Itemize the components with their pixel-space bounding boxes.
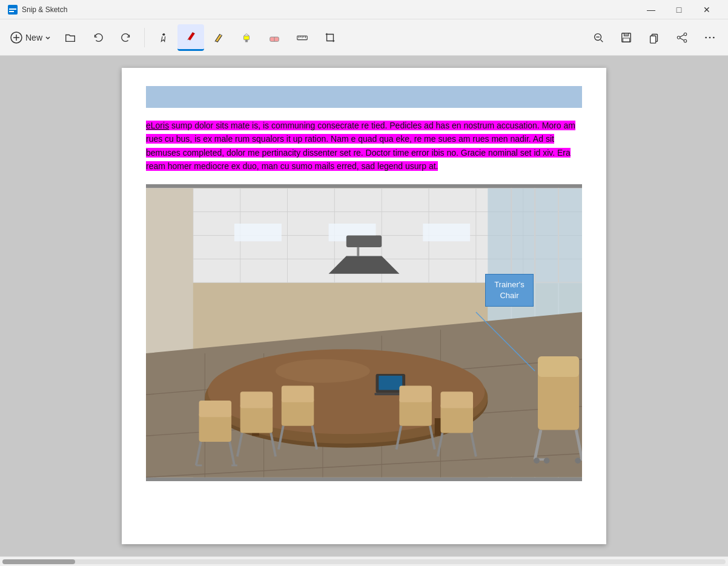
- undo-icon: [92, 32, 104, 44]
- crop-button[interactable]: [317, 24, 343, 51]
- maximize-button[interactable]: □: [665, 0, 693, 19]
- pencil-icon: [213, 32, 225, 44]
- text-link[interactable]: eLoris: [146, 121, 169, 130]
- scrollbar-track: [2, 559, 726, 564]
- scrollbar-thumb[interactable]: [2, 559, 75, 564]
- share-icon: [676, 32, 688, 44]
- svg-point-28: [705, 36, 707, 38]
- new-label: New: [25, 33, 42, 42]
- ballpoint-pen-icon: [185, 30, 197, 42]
- dropdown-arrow-icon: [45, 35, 51, 41]
- highlighter-icon: [240, 32, 253, 44]
- more-button[interactable]: [697, 24, 723, 51]
- eraser-icon: [268, 32, 280, 44]
- header-highlight: [146, 86, 582, 108]
- app-icon: [7, 4, 18, 15]
- conference-room-svg: [146, 184, 582, 481]
- ruler-icon: [296, 32, 308, 44]
- toolbar-right: [585, 24, 723, 51]
- folder-icon: [64, 32, 76, 44]
- new-icon: [10, 31, 23, 44]
- conference-room-image: Trainer'sChair: [146, 184, 582, 481]
- svg-rect-94: [399, 385, 432, 402]
- text-highlighted-content: eLoris sump dolor sits mate is, is commu…: [146, 121, 575, 171]
- svg-rect-86: [240, 391, 273, 408]
- title-bar: Snip & Sketch — □ ✕: [0, 0, 728, 19]
- svg-point-25: [684, 39, 687, 42]
- save-button[interactable]: [613, 24, 640, 51]
- open-file-button[interactable]: [57, 24, 84, 51]
- main-content: eLoris sump dolor sits mate is, is commu…: [0, 56, 728, 556]
- highlighter-button[interactable]: [233, 24, 260, 51]
- svg-rect-48: [346, 235, 382, 247]
- app-title: Snip & Sketch: [22, 5, 67, 14]
- save-icon: [620, 32, 632, 44]
- share-button[interactable]: [669, 24, 695, 51]
- svg-rect-49: [357, 247, 359, 256]
- toolbar: New: [0, 19, 728, 56]
- svg-rect-2: [9, 11, 14, 12]
- svg-rect-90: [282, 385, 314, 402]
- svg-rect-45: [234, 224, 282, 241]
- document-page: eLoris sump dolor sits mate is, is commu…: [122, 68, 606, 544]
- copy-button[interactable]: [641, 24, 667, 51]
- pencil-button[interactable]: [205, 24, 232, 51]
- new-button[interactable]: New: [5, 24, 56, 51]
- svg-rect-77: [379, 376, 402, 390]
- zoom-out-icon: [592, 32, 604, 44]
- touch-writing-button[interactable]: [150, 24, 176, 51]
- ruler-button[interactable]: [289, 24, 316, 51]
- minimize-button[interactable]: —: [637, 0, 665, 19]
- svg-point-107: [534, 458, 540, 464]
- callout-label: Trainer'sChair: [485, 274, 534, 307]
- svg-point-109: [575, 458, 581, 464]
- ballpoint-pen-button[interactable]: [177, 24, 204, 51]
- redo-icon: [120, 32, 132, 44]
- toolbar-separator: [144, 28, 145, 47]
- svg-point-29: [709, 36, 711, 38]
- svg-rect-98: [440, 391, 473, 408]
- svg-line-17: [601, 39, 603, 42]
- redo-button[interactable]: [113, 24, 139, 51]
- svg-rect-101: [538, 371, 579, 430]
- svg-rect-22: [650, 36, 656, 43]
- eraser-button[interactable]: [261, 24, 288, 51]
- svg-line-26: [680, 35, 684, 37]
- window-controls: — □ ✕: [637, 0, 721, 19]
- title-bar-left: Snip & Sketch: [7, 4, 67, 15]
- svg-rect-80: [199, 400, 232, 416]
- svg-point-24: [677, 36, 680, 39]
- undo-button[interactable]: [85, 24, 111, 51]
- crop-icon: [324, 32, 336, 44]
- svg-point-108: [544, 458, 550, 464]
- svg-rect-6: [243, 36, 249, 39]
- zoom-out-button[interactable]: [585, 24, 612, 51]
- more-icon: [704, 32, 716, 44]
- svg-rect-47: [423, 224, 470, 241]
- horizontal-scrollbar[interactable]: [0, 556, 728, 566]
- copy-icon: [648, 32, 660, 44]
- callout-text: Trainer'sChair: [494, 280, 524, 300]
- close-button[interactable]: ✕: [693, 0, 721, 19]
- svg-rect-102: [538, 356, 579, 376]
- svg-line-27: [680, 38, 684, 40]
- svg-rect-1: [9, 8, 16, 10]
- svg-point-23: [684, 33, 687, 36]
- text-paragraph: eLoris sump dolor sits mate is, is commu…: [146, 119, 582, 173]
- svg-point-30: [713, 36, 715, 38]
- svg-rect-19: [624, 33, 628, 36]
- touch-writing-icon: [157, 32, 169, 44]
- svg-point-73: [276, 359, 370, 382]
- svg-rect-20: [623, 38, 630, 41]
